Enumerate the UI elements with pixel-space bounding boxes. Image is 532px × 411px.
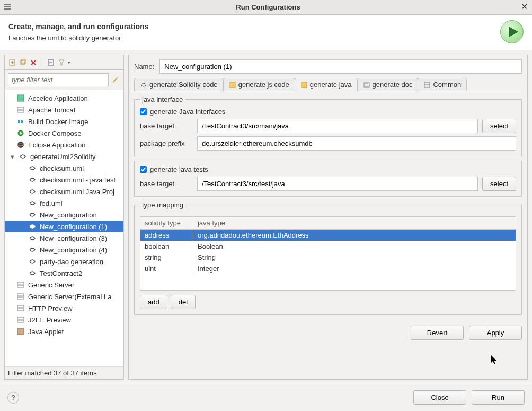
new-config-icon[interactable]	[8, 58, 16, 67]
type-mapping-table[interactable]: solidity type java type addressorg.adrid…	[140, 216, 516, 291]
table-row[interactable]: uintInteger	[140, 263, 516, 274]
table-row[interactable]: booleanBoolean	[140, 241, 516, 252]
tree-child-item[interactable]: New_configuration	[5, 209, 123, 221]
tree-item[interactable]: HTTP Preview	[5, 302, 123, 314]
header-title: Create, manage, and run configurations	[8, 22, 149, 31]
tree-child-item[interactable]: New_configuration (3)	[5, 232, 123, 244]
window-close-button[interactable]: ✕	[519, 3, 529, 12]
menu-icon[interactable]	[3, 3, 13, 12]
tree-item[interactable]: Docker Compose	[5, 127, 123, 139]
filter-icon[interactable]	[57, 58, 66, 67]
duplicate-config-icon[interactable]	[19, 58, 27, 67]
compose-icon	[16, 129, 25, 137]
sol-icon	[28, 164, 37, 172]
tree-child-item[interactable]: party-dao generation	[5, 256, 123, 267]
tab-generate-java[interactable]: generate java	[295, 78, 358, 91]
close-button[interactable]: Close	[413, 390, 466, 405]
svg-rect-25	[17, 285, 24, 287]
generate-java-interfaces-checkbox[interactable]	[140, 108, 147, 115]
tree-item[interactable]: Apache Tomcat	[5, 104, 123, 116]
tree-item[interactable]: Java Applet	[5, 326, 123, 337]
svg-rect-34	[302, 82, 307, 88]
svg-rect-37	[424, 82, 430, 88]
collapse-all-icon[interactable]	[47, 58, 55, 67]
tree-child-item[interactable]: fed.uml	[5, 197, 123, 209]
select-base-target-button[interactable]: select	[482, 119, 516, 133]
tab-common[interactable]: Common	[418, 78, 467, 91]
tree-item[interactable]: Build Docker Image	[5, 116, 123, 127]
sol-icon	[28, 222, 37, 231]
tree-item-expanded[interactable]: ▾generateUml2Solidity	[5, 151, 123, 162]
delete-config-icon[interactable]	[29, 58, 38, 67]
tree-item[interactable]: Generic Server(External La	[5, 291, 123, 302]
generate-java-tests-label: generate java tests	[150, 165, 208, 173]
tab-icon	[140, 81, 147, 89]
svg-rect-28	[17, 305, 24, 308]
base-target-input[interactable]	[197, 119, 478, 133]
filter-status: Filter matched 37 of 37 items	[5, 366, 123, 379]
run-button[interactable]: Run	[472, 390, 525, 405]
separator	[42, 58, 42, 67]
tree-child-item[interactable]: TestContract2	[5, 267, 123, 279]
collapse-arrow-icon[interactable]: ▾	[9, 153, 15, 161]
tab-icon	[363, 81, 370, 89]
apply-button[interactable]: Apply	[469, 326, 522, 340]
package-prefix-label: package prefix	[140, 139, 193, 147]
table-row[interactable]: addressorg.adridadou.ethereum.EthAddress	[140, 230, 516, 241]
header-subtitle: Lauches the uml to solidity generator	[8, 34, 149, 42]
svg-rect-17	[17, 110, 24, 112]
tree-item[interactable]: Generic Server	[5, 279, 123, 291]
tree-child-item[interactable]: New_configuration (4)	[5, 244, 123, 256]
tree-item[interactable]: Eclipse Application	[5, 139, 123, 151]
filter-input[interactable]	[8, 73, 109, 86]
dropdown-arrow-icon[interactable]: ▾	[68, 60, 70, 65]
sol-icon	[28, 211, 37, 219]
svg-rect-24	[17, 282, 24, 284]
tree-child-item[interactable]: checksum.uml	[5, 162, 123, 174]
package-prefix-input[interactable]	[197, 136, 516, 151]
tree-child-item[interactable]: checksum.uml - java test	[5, 174, 123, 186]
svg-rect-15	[17, 95, 24, 101]
tree-item[interactable]: J2EE Preview	[5, 314, 123, 326]
tree-child-item[interactable]: checksum.uml Java Proj	[5, 186, 123, 197]
config-tree[interactable]: Acceleo ApplicationApache TomcatBuild Do…	[5, 90, 123, 366]
sol-icon	[28, 257, 37, 266]
tab-generate-doc[interactable]: generate doc	[357, 78, 419, 91]
eclipse-icon	[16, 141, 25, 149]
tests-base-target-label: base target	[140, 180, 193, 188]
generate-java-tests-checkbox[interactable]	[140, 166, 147, 173]
type-mapping-group: type mapping solidity type java type add…	[134, 201, 522, 315]
acceleo-icon	[16, 94, 25, 102]
window-title: Run Configurations	[17, 3, 519, 11]
name-input[interactable]	[159, 59, 522, 74]
tree-child-item[interactable]: New_configuration (1)	[5, 221, 123, 232]
docker-icon	[16, 117, 25, 126]
config-sidebar: ▾ Acceleo ApplicationApache TomcatBuild …	[4, 55, 124, 380]
tests-base-target-input[interactable]	[197, 177, 478, 191]
col-solidity-type: solidity type	[140, 217, 193, 229]
applet-icon	[16, 327, 25, 336]
tab-icon	[300, 81, 308, 89]
table-row[interactable]: stringString	[140, 252, 516, 263]
svg-point-22	[17, 142, 24, 148]
sol-icon	[28, 187, 37, 196]
svg-rect-27	[17, 297, 24, 299]
tab-icon	[229, 81, 236, 89]
add-mapping-button[interactable]: add	[140, 295, 167, 309]
select-tests-base-target-button[interactable]: select	[482, 177, 516, 191]
server-icon	[16, 316, 25, 324]
java-interface-group: java interface generate Java interfaces …	[134, 95, 522, 156]
svg-rect-8	[22, 59, 25, 64]
tree-item[interactable]: Acceleo Application	[5, 92, 123, 104]
server-icon	[16, 292, 25, 301]
revert-button[interactable]: Revert	[411, 326, 464, 340]
clear-filter-icon[interactable]	[112, 76, 120, 84]
server-icon	[16, 106, 25, 114]
tab-generate-solidity-code[interactable]: generate Solidity code	[134, 78, 224, 91]
del-mapping-button[interactable]: del	[171, 295, 196, 309]
tab-generate-js-code[interactable]: generate js code	[223, 78, 295, 91]
generate-java-interfaces-label: generate Java interfaces	[150, 108, 225, 116]
help-icon[interactable]: ?	[7, 392, 19, 404]
svg-marker-3	[509, 27, 518, 37]
svg-rect-30	[17, 317, 24, 319]
